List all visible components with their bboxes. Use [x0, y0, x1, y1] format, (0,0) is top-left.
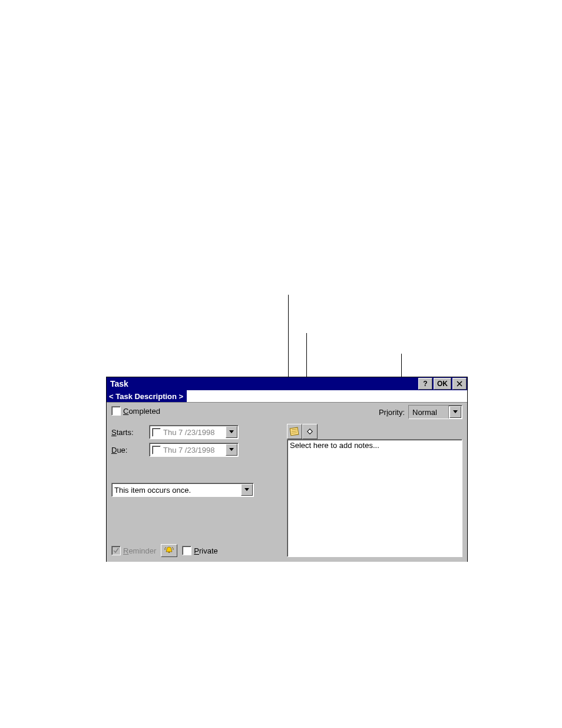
help-button[interactable]: ? — [418, 378, 432, 390]
window-title: Task — [110, 379, 128, 388]
reminder-bell-button[interactable] — [161, 544, 177, 557]
reminder-label: Reminder — [123, 546, 156, 555]
completed-row: Completed — [111, 406, 160, 416]
priority-combo[interactable]: Normal — [408, 405, 462, 419]
task-dialog: Task ? OK < Task Description > Completed… — [106, 377, 468, 562]
subject-input[interactable] — [187, 390, 467, 402]
ok-button[interactable]: OK — [434, 378, 451, 390]
titlebar: Task ? OK — [107, 377, 467, 390]
chevron-down-icon — [229, 430, 234, 434]
starts-date-value: Thu 7 /23/1998 — [163, 428, 225, 437]
private-label: Private — [194, 546, 217, 555]
starts-enable-checkbox[interactable] — [152, 428, 161, 437]
recurrence-text: This item occurs once. — [112, 486, 240, 495]
voice-note-button[interactable] — [302, 424, 318, 439]
svg-rect-1 — [290, 427, 299, 436]
notes-placeholder: Select here to add notes... — [290, 441, 379, 450]
subject-row: < Task Description > — [107, 390, 467, 403]
notes-toolbar — [287, 424, 318, 439]
close-button[interactable] — [452, 378, 467, 390]
notes-icon — [289, 426, 300, 437]
priority-area: Priority: Normal — [379, 405, 462, 419]
recurrence-dropdown-button[interactable] — [241, 484, 253, 496]
completed-checkbox[interactable] — [111, 406, 121, 416]
due-date-value: Thu 7 /23/1998 — [163, 446, 225, 454]
private-checkbox[interactable] — [182, 546, 191, 555]
due-date-picker[interactable]: Thu 7 /23/1998 — [149, 443, 239, 457]
priority-dropdown-button[interactable] — [449, 406, 461, 418]
completed-label: Completed — [123, 407, 160, 416]
svg-rect-0 — [168, 552, 170, 553]
client-area: Completed Priority: Normal Starts: Thu 7… — [107, 403, 467, 562]
starts-label: Starts: — [111, 428, 144, 437]
priority-value: Normal — [409, 406, 449, 419]
bottom-row: Reminder Private — [111, 544, 218, 557]
due-label: Due: — [111, 446, 144, 454]
notes-textarea[interactable]: Select here to add notes... — [287, 439, 462, 557]
recurrence-combo[interactable]: This item occurs once. — [111, 483, 254, 497]
chevron-down-icon — [244, 488, 249, 492]
starts-dropdown-button[interactable] — [226, 426, 237, 438]
notes-button[interactable] — [287, 424, 302, 439]
starts-date-picker[interactable]: Thu 7 /23/1998 — [149, 425, 239, 439]
chevron-down-icon — [453, 410, 458, 414]
close-icon — [457, 381, 462, 387]
due-row: Due: Thu 7 /23/1998 — [111, 443, 239, 457]
svg-rect-5 — [308, 429, 312, 434]
due-enable-checkbox[interactable] — [152, 446, 161, 454]
priority-label: Priority: — [379, 408, 405, 417]
bell-icon — [164, 546, 174, 555]
starts-row: Starts: Thu 7 /23/1998 — [111, 425, 239, 439]
subject-placeholder: < Task Description > — [107, 390, 187, 402]
due-dropdown-button[interactable] — [226, 444, 237, 456]
checkmark-icon — [113, 548, 119, 554]
reminder-checkbox[interactable] — [111, 546, 121, 555]
voice-icon — [305, 426, 315, 437]
chevron-down-icon — [229, 448, 234, 452]
